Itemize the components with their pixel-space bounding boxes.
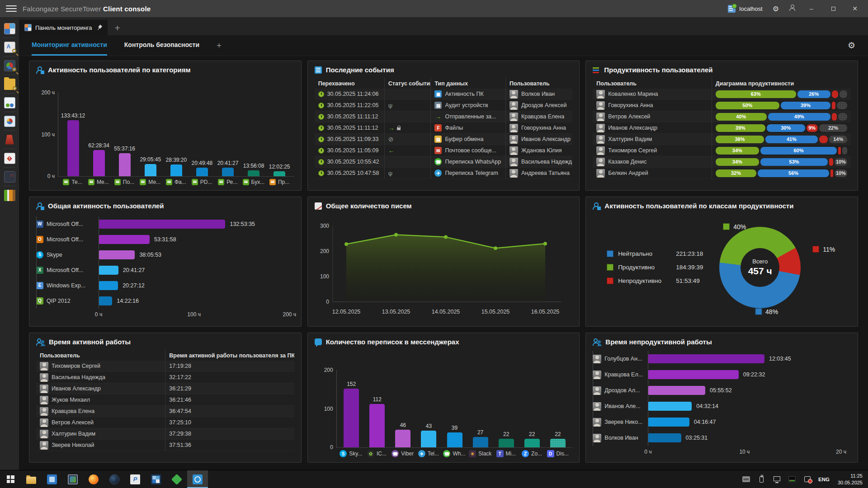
action-center-icon[interactable] bbox=[803, 474, 812, 484]
legend-item[interactable]: Нейтрально221:23:18 bbox=[607, 250, 703, 257]
event-type-cell[interactable]: FФайлы bbox=[430, 122, 505, 134]
app-publisher-icon[interactable] bbox=[125, 470, 146, 488]
active-time-cell[interactable]: 37:51:36 bbox=[165, 440, 294, 451]
event-status-cell[interactable]: ψ bbox=[384, 100, 431, 111]
active-time-cell[interactable]: 36:21:46 bbox=[165, 394, 294, 406]
event-type-cell[interactable]: ✉Почтовое сообще... bbox=[430, 145, 505, 156]
h-bar-row[interactable]: Кравцова Ел...09:22:32 bbox=[593, 367, 851, 383]
app-monitor-icon[interactable] bbox=[62, 470, 83, 488]
start-button[interactable] bbox=[0, 470, 21, 488]
x-axis-label[interactable]: ✳Slack bbox=[467, 450, 493, 457]
column-header[interactable]: Перехвачено bbox=[315, 77, 384, 90]
h-bar-row[interactable]: WMicrosoft Off...132:53:35 bbox=[36, 216, 294, 232]
x-axis-label[interactable]: Ме... bbox=[85, 179, 111, 185]
legend-item[interactable]: Продуктивно184:39:39 bbox=[607, 264, 703, 271]
productivity-user-cell[interactable]: Иванов Александр bbox=[593, 122, 712, 134]
productivity-bar-cell[interactable]: 40%49% bbox=[712, 111, 851, 122]
active-user-cell[interactable]: Васильева Надежда bbox=[36, 372, 165, 383]
event-user-cell[interactable]: Волков Иван bbox=[505, 89, 572, 100]
column-header[interactable]: Пользователь bbox=[36, 349, 165, 362]
event-user-cell[interactable]: Кравцова Елена bbox=[505, 111, 572, 122]
settings-gear-icon[interactable]: ⚙ bbox=[773, 5, 779, 13]
browser-dark-icon[interactable] bbox=[104, 470, 125, 488]
x-axis-label[interactable]: PD... bbox=[189, 179, 215, 185]
event-time-cell[interactable]: 30.05.2025 11:11:12 bbox=[315, 111, 384, 122]
file-explorer-icon[interactable] bbox=[21, 470, 42, 488]
event-status-cell[interactable]: ψ bbox=[384, 168, 431, 179]
productivity-bar-cell[interactable]: 50%39% bbox=[712, 100, 851, 111]
event-user-cell[interactable]: Андреева Татьяна bbox=[505, 168, 572, 179]
new-tab-button[interactable]: + bbox=[108, 23, 127, 35]
column-header[interactable]: Статус события bbox=[384, 77, 431, 90]
sidebar-item-chart-search[interactable] bbox=[0, 57, 19, 74]
productivity-bar-cell[interactable]: 34%53%10% bbox=[712, 156, 851, 168]
securetower-client-icon[interactable] bbox=[187, 470, 208, 488]
h-bar-row[interactable]: Дроздов Ал...05:55:52 bbox=[593, 383, 851, 399]
app-green-diamond-icon[interactable] bbox=[166, 470, 187, 488]
sidebar-item-report[interactable] bbox=[0, 113, 19, 129]
x-axis-label[interactable]: По... bbox=[111, 179, 137, 185]
maximize-button[interactable] bbox=[827, 5, 839, 12]
server-connection[interactable]: localhost bbox=[728, 5, 762, 13]
taskbar-clock[interactable]: 11:25 30.05.2025 bbox=[836, 473, 863, 486]
active-user-cell[interactable]: Халтурин Вадим bbox=[36, 428, 165, 440]
subtab-activity-monitoring[interactable]: Мониторинг активности bbox=[32, 35, 107, 56]
event-user-cell[interactable]: Говорухина Анна bbox=[505, 122, 572, 134]
vm-tray-icon[interactable]: vm bbox=[741, 474, 750, 484]
x-axis-label[interactable]: Ре... bbox=[215, 179, 241, 185]
event-user-cell[interactable]: Жданова Юлия bbox=[505, 145, 572, 156]
h-bar-row[interactable]: Голубцов Ан...12:03:45 bbox=[593, 351, 851, 367]
productivity-user-cell[interactable]: Говорухина Анна bbox=[593, 100, 712, 111]
column-header[interactable]: Время активной работы пользователя за ПК bbox=[165, 349, 294, 362]
event-type-cell[interactable]: ▣Активность ПК bbox=[430, 89, 505, 100]
event-user-cell[interactable]: Дроздов Алексей bbox=[505, 100, 572, 111]
event-status-cell[interactable]: ⊘ bbox=[384, 134, 431, 145]
dashboard-settings-icon[interactable]: ⚙ bbox=[848, 35, 855, 56]
firefox-icon[interactable] bbox=[83, 470, 104, 488]
event-type-cell[interactable]: ▤Аудит устройств bbox=[430, 100, 505, 111]
active-user-cell[interactable]: Тихомиров Сергей bbox=[36, 361, 165, 372]
language-indicator[interactable]: ENG bbox=[818, 477, 830, 482]
active-user-cell[interactable]: Зверев Николай bbox=[36, 440, 165, 451]
productivity-bar-cell[interactable]: 39%30%9%22% bbox=[712, 122, 851, 134]
active-time-cell[interactable]: 37:25:10 bbox=[165, 417, 294, 428]
sidebar-item-document-search[interactable] bbox=[0, 39, 19, 55]
sidebar-item-dashboard[interactable] bbox=[0, 20, 19, 37]
event-time-cell[interactable]: 30.05.2025 11:09:33 bbox=[315, 134, 384, 145]
active-time-cell[interactable]: 17:19:28 bbox=[165, 361, 294, 372]
event-time-cell[interactable]: 30.05.2025 10:47:58 bbox=[315, 168, 384, 179]
sidebar-item-folder-search[interactable] bbox=[0, 76, 19, 92]
event-status-cell[interactable] bbox=[384, 111, 431, 122]
sidebar-item-presentation[interactable] bbox=[0, 94, 19, 111]
x-axis-label[interactable]: TMi... bbox=[493, 450, 519, 457]
x-axis-label[interactable]: ZZo... bbox=[519, 450, 545, 457]
subtab-security-control[interactable]: Контроль безопасности bbox=[124, 35, 199, 56]
active-time-cell[interactable]: 37:29:38 bbox=[165, 428, 294, 440]
user-account-icon[interactable] bbox=[789, 5, 796, 13]
productivity-user-cell[interactable]: Халтурин Вадим bbox=[593, 134, 712, 145]
x-axis-label[interactable]: Ме... bbox=[137, 179, 163, 185]
sidebar-item-monitoring[interactable] bbox=[0, 169, 19, 185]
x-axis-label[interactable]: ✈Tel... bbox=[415, 450, 441, 457]
active-time-cell[interactable]: 36:47:54 bbox=[165, 406, 294, 417]
event-type-cell[interactable]: ▤Буфер обмена bbox=[430, 134, 505, 145]
event-type-cell[interactable]: ☎Переписка WhatsApp bbox=[430, 156, 505, 168]
event-time-cell[interactable]: 30.05.2025 11:24:06 bbox=[315, 89, 384, 100]
event-status-cell[interactable] bbox=[384, 89, 431, 100]
productivity-bar-cell[interactable]: 38%41%14% bbox=[712, 134, 851, 145]
add-subtab-button[interactable]: + bbox=[217, 35, 222, 56]
close-button[interactable]: ✕ bbox=[849, 5, 861, 12]
active-user-cell[interactable]: Ветров Алексей bbox=[36, 417, 165, 428]
active-user-cell[interactable]: Иванов Александр bbox=[36, 383, 165, 394]
column-header[interactable]: Пользователь bbox=[593, 77, 712, 90]
minimize-button[interactable]: – bbox=[806, 5, 817, 12]
x-axis-label[interactable]: Те... bbox=[60, 179, 85, 185]
h-bar-row[interactable]: QQIP 201214:22:16 bbox=[36, 293, 294, 309]
productivity-bar-cell[interactable]: 32%56%10% bbox=[712, 168, 851, 179]
h-bar-row[interactable]: Волков Иван03:25:31 bbox=[593, 430, 851, 446]
x-axis-label[interactable]: ✿IC... bbox=[364, 450, 390, 457]
productivity-bar-cell[interactable]: 63%26% bbox=[712, 89, 851, 100]
pin-icon[interactable] bbox=[95, 24, 103, 32]
chart-tray-icon[interactable] bbox=[788, 474, 797, 484]
productivity-user-cell[interactable]: Казаков Денис bbox=[593, 156, 712, 168]
